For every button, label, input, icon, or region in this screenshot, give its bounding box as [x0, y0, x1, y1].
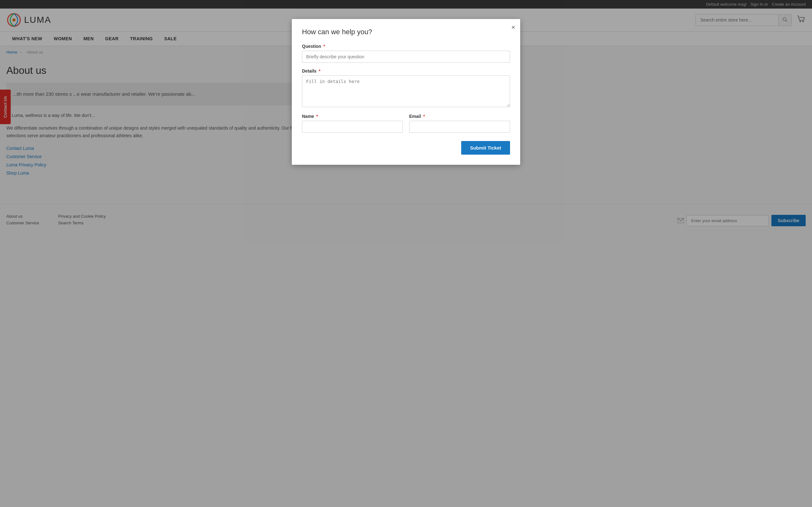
question-required-star: * [323, 44, 325, 49]
submit-ticket-button[interactable]: Submit Ticket [461, 141, 510, 155]
details-required-star: * [319, 68, 320, 73]
question-form-group: Question * [302, 44, 510, 63]
modal-title: How can we help you? [302, 28, 510, 36]
name-required-star: * [316, 114, 318, 119]
name-label: Name * [302, 114, 403, 119]
question-input[interactable] [302, 51, 510, 63]
email-label: Email * [409, 114, 510, 119]
name-form-group: Name * [302, 114, 403, 133]
modal-overlay: How can we help you? × Question * Detail… [0, 0, 812, 233]
question-label: Question * [302, 44, 510, 49]
details-form-group: Details * [302, 68, 510, 108]
details-label: Details * [302, 68, 510, 73]
details-textarea[interactable] [302, 75, 510, 107]
help-modal: How can we help you? × Question * Detail… [292, 19, 520, 165]
email-form-group: Email * [409, 114, 510, 133]
modal-close-button[interactable]: × [511, 24, 515, 31]
email-input[interactable] [409, 121, 510, 133]
name-input[interactable] [302, 121, 403, 133]
name-email-row: Name * Email * [302, 114, 510, 138]
form-actions: Submit Ticket [302, 141, 510, 155]
email-required-star: * [423, 114, 425, 119]
